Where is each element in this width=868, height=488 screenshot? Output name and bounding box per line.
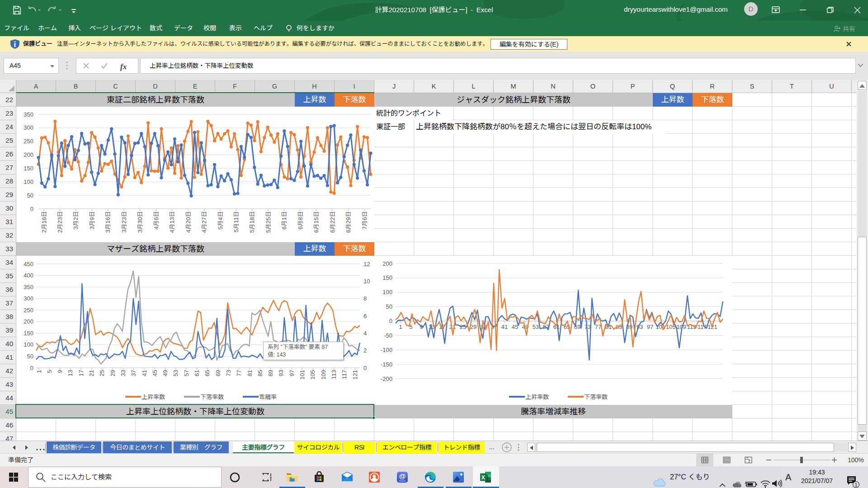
- svg-text:menu: menu: [399, 479, 406, 482]
- svg-text:@: @: [399, 472, 406, 480]
- svg-text:X: X: [481, 474, 486, 481]
- svg-text:1: 1: [854, 482, 857, 488]
- svg-text:fx: fx: [120, 62, 127, 71]
